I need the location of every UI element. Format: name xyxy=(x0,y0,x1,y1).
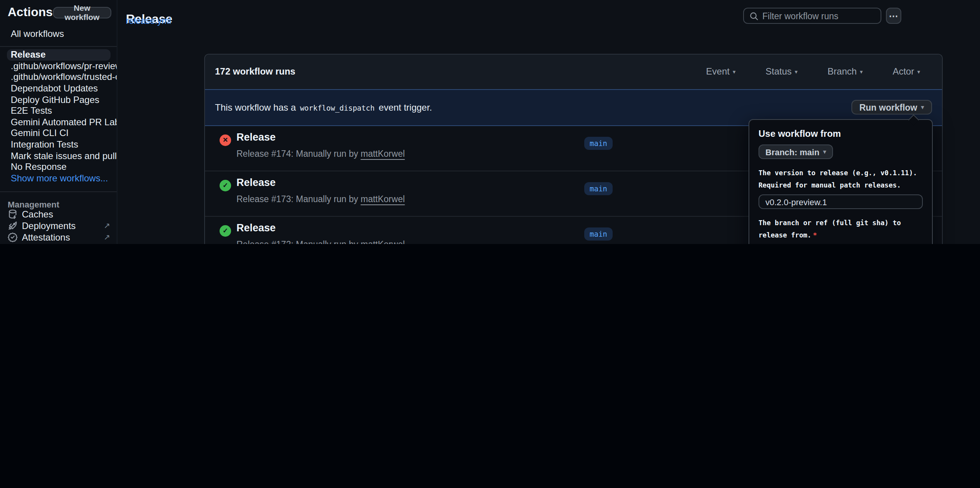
branch-badge[interactable]: main xyxy=(584,227,613,240)
sidebar-item-no-response[interactable]: No Response xyxy=(0,161,116,173)
sidebar-item-all-workflows[interactable]: All workflows xyxy=(11,28,116,39)
branch-filter-dropdown[interactable]: Branch▾ xyxy=(823,66,868,78)
filter-workflow-runs-input[interactable] xyxy=(759,11,880,20)
runs-count: 172 workflow runs xyxy=(215,66,295,77)
workflow-file-link[interactable]: release.yml xyxy=(126,16,171,25)
sidebar-item-label: Attestations xyxy=(22,232,70,242)
sidebar-item-dependabot-updates[interactable]: Dependabot Updates xyxy=(0,83,116,94)
chevron-down-icon: ▾ xyxy=(795,69,798,75)
sidebar-item-trusted-ci[interactable]: .github/workflows/trusted-ci.yml xyxy=(0,71,116,83)
run-title-link[interactable]: Release xyxy=(236,222,276,233)
sidebar-item-label: Runners xyxy=(22,243,57,244)
chevron-down-icon: ▾ xyxy=(921,105,924,110)
show-more-workflows-link[interactable]: Show more workflows... xyxy=(0,173,116,184)
sidebar-item-gemini-cli-ci[interactable]: Gemini CLI CI xyxy=(0,128,116,139)
chevron-down-icon: ▾ xyxy=(733,69,736,75)
sidebar-item-gemini-pr-labeler[interactable]: Gemini Automated PR Labeler xyxy=(0,116,116,128)
status-filter-dropdown[interactable]: Status▾ xyxy=(761,66,802,78)
actor-link[interactable]: mattKorwel xyxy=(361,240,405,244)
external-link-icon: ↗ xyxy=(104,221,110,230)
version-input[interactable] xyxy=(759,194,923,209)
sidebar-item-integration-tests[interactable]: Integration Tests xyxy=(0,139,116,150)
sidebar-item-label: Deployments xyxy=(22,220,76,231)
run-subtitle: Release #174: Manually run by mattKorwel xyxy=(236,149,405,158)
sidebar-item-label: Caches xyxy=(22,209,53,220)
management-header: Management xyxy=(8,199,116,209)
rocket-icon xyxy=(8,221,18,231)
branch-select-button[interactable]: Branch: main▾ xyxy=(759,144,833,159)
sidebar-item-deploy-github-pages[interactable]: Deploy GitHub Pages xyxy=(0,94,116,105)
popup-heading: Use workflow from xyxy=(759,128,923,139)
chevron-down-icon: ▾ xyxy=(917,69,920,75)
filter-workflow-runs xyxy=(743,8,881,24)
workflow-list: Release .github/workflows/pr-review.yml … xyxy=(0,49,116,184)
actions-page: Actions New workflow All workflows Relea… xyxy=(0,0,980,244)
search-icon xyxy=(749,11,759,20)
branch-badge[interactable]: main xyxy=(584,182,613,195)
sidebar-item-caches[interactable]: Caches xyxy=(0,209,116,220)
management-list: Caches Deployments ↗ Attestations ↗ Runn… xyxy=(0,209,116,244)
version-input-label: The version to release (e.g., v0.1.11). … xyxy=(759,167,923,191)
actor-link[interactable]: mattKorwel xyxy=(361,194,405,204)
success-icon: ✓ xyxy=(220,179,231,191)
run-workflow-popup: Use workflow from Branch: main▾ The vers… xyxy=(749,119,933,244)
sidebar-item-attestations[interactable]: Attestations ↗ xyxy=(0,231,116,243)
run-subtitle: Release #173: Manually run by mattKorwel xyxy=(236,194,405,204)
actor-filter-dropdown[interactable]: Actor▾ xyxy=(888,66,925,78)
failure-icon: ✕ xyxy=(220,134,231,146)
chevron-down-icon: ▾ xyxy=(823,149,826,155)
sidebar-item-runners[interactable]: Runners xyxy=(0,243,116,244)
banner-text: This workflow has a workflow_dispatch ev… xyxy=(215,102,432,113)
event-filter-dropdown[interactable]: Event▾ xyxy=(701,66,740,78)
runs-panel-header: 172 workflow runs Event▾ Status▾ Branch▾… xyxy=(205,55,942,89)
server-icon xyxy=(8,244,18,244)
run-workflow-dropdown-button[interactable]: Run workflow▾ xyxy=(852,100,932,115)
run-title-link[interactable]: Release xyxy=(236,131,276,143)
sidebar-item-pr-review[interactable]: .github/workflows/pr-review.yml xyxy=(0,60,116,71)
database-icon xyxy=(8,209,18,219)
external-link-icon: ↗ xyxy=(104,233,110,241)
sidebar-title: Actions xyxy=(8,5,53,19)
branch-badge[interactable]: main xyxy=(584,136,613,149)
sidebar-item-deployments[interactable]: Deployments ↗ xyxy=(0,220,116,232)
actor-link[interactable]: mattKorwel xyxy=(361,149,405,158)
verified-icon xyxy=(8,232,18,242)
sidebar-divider xyxy=(0,191,116,192)
runs-filters: Event▾ Status▾ Branch▾ Actor▾ xyxy=(701,66,932,78)
sidebar-item-e2e-tests[interactable]: E2E Tests xyxy=(0,105,116,116)
sidebar-item-mark-stale[interactable]: Mark stale issues and pull requests xyxy=(0,150,116,161)
ref-input-label: The branch or ref (full git sha) to rele… xyxy=(759,217,923,241)
run-subtitle: Release #172: Manually run by mattKorwel xyxy=(236,240,405,244)
workflow-options-kebab-button[interactable]: ⋯ xyxy=(886,8,901,24)
sidebar: Actions New workflow All workflows Relea… xyxy=(0,0,117,244)
sidebar-divider xyxy=(0,46,116,47)
sidebar-item-release[interactable]: Release xyxy=(7,49,111,60)
chevron-down-icon: ▾ xyxy=(860,69,863,75)
run-title-link[interactable]: Release xyxy=(236,176,276,188)
success-icon: ✓ xyxy=(220,225,231,236)
new-workflow-button[interactable]: New workflow xyxy=(53,7,111,18)
required-asterisk: * xyxy=(813,231,817,239)
code-workflow-dispatch: workflow_dispatch xyxy=(298,104,376,112)
